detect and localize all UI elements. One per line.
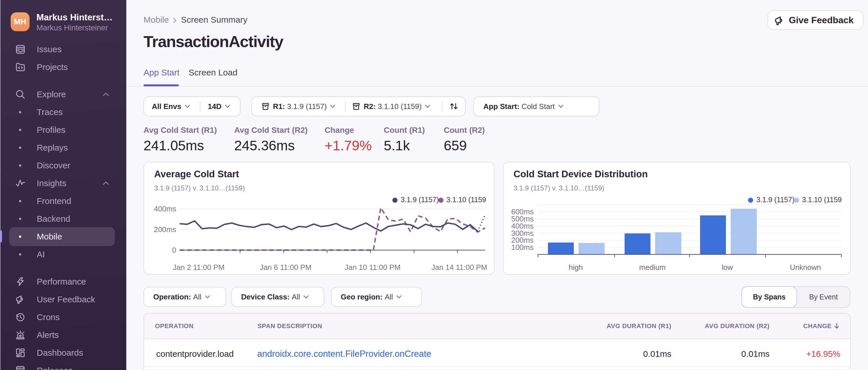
svg-text:Jan 10 11:00 PM: Jan 10 11:00 PM bbox=[345, 263, 401, 272]
svg-text:high: high bbox=[569, 263, 583, 272]
svg-text:400ms: 400ms bbox=[154, 204, 176, 213]
svg-text:Jan 6 11:00 PM: Jan 6 11:00 PM bbox=[260, 263, 311, 272]
svg-text:low: low bbox=[722, 263, 733, 272]
svg-text:0: 0 bbox=[172, 246, 176, 255]
svg-text:200ms: 200ms bbox=[154, 225, 176, 234]
svg-text:600ms: 600ms bbox=[511, 207, 534, 216]
svg-text:Jan 2 11:00 PM: Jan 2 11:00 PM bbox=[173, 263, 224, 272]
svg-text:medium: medium bbox=[639, 263, 665, 272]
svg-text:Jan 14 11:00 PM: Jan 14 11:00 PM bbox=[431, 263, 487, 272]
svg-text:Unknown: Unknown bbox=[790, 263, 821, 272]
